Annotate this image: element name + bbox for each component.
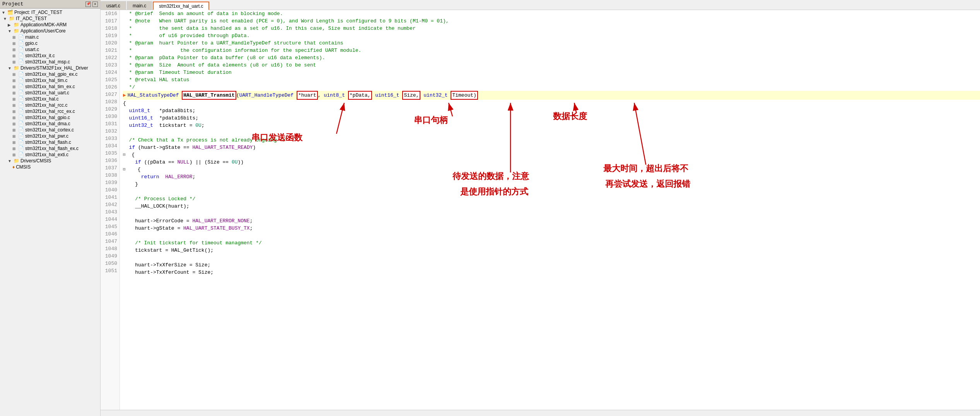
tab-main-c[interactable]: main.c [127,1,152,10]
tree-item-label: stm32f1xx_hal.c [25,96,59,102]
tree-item-gpio-c[interactable]: ⊞📄gpio.c [0,40,100,46]
plus-icon: ⊞ [12,116,17,120]
close-button[interactable]: ✕ [92,2,98,7]
code-editor-panel: usart.c main.c stm32f1xx_hal_uart.c 1016… [101,0,980,416]
plus-icon: ⊞ [12,103,17,107]
code-line-1044: huart->ErrorCode = HAL_UART_ERROR_NONE; [123,217,980,225]
plus-icon: ⊞ [12,35,17,39]
code-line-1025: * @retval HAL status [123,76,980,84]
code-area[interactable]: 1016101710181019102010211022102310241025… [101,10,980,410]
tree-item-label: stm32f1xx_hal_gpio.c [25,115,70,120]
code-text: uint32_t tickstart = 0U; [123,122,205,129]
code-line-1026: */ [123,84,980,91]
tree-item-drivers/stm32f1xx_hal_driver[interactable]: ▼📁Drivers/STM32F1xx_HAL_Driver [0,65,100,71]
param-pdata-box: *pData, [348,91,372,100]
tree-item-stm32f1xx_hal_cortex-c[interactable]: ⊞📄stm32f1xx_hal_cortex.c [0,127,100,133]
plus-icon: ⊞ [12,109,17,114]
code-line-1032 [123,129,980,136]
tree-item-stm32f1xx_hal_dma-c[interactable]: ⊞📄stm32f1xx_hal_dma.c [0,121,100,127]
space2 [420,92,423,99]
tree-item-main-c[interactable]: ⊞📄main.c [0,34,100,40]
comment-text: /* Process Locked */ [123,195,195,203]
pin-button[interactable]: 📌 [85,2,91,7]
tree-item-label: stm32f1xx_hal_exti.c [25,152,68,157]
code-text: } [123,181,138,188]
file-icon: 📄 [18,47,24,52]
param-timeout-box: Timeout) [451,91,478,100]
tree-item-label: stm32f1xx_hal_gpio_ex.c [25,72,77,77]
tree-item-stm32f1xx_hal_gpio_ex-c[interactable]: ⊞📄stm32f1xx_hal_gpio_ex.c [0,71,100,77]
code-line-1046 [123,232,980,239]
tree-item-label: main.c [25,34,39,40]
tree-item-stm32f1xx_hal_tim_ex-c[interactable]: ⊞📄stm32f1xx_hal_tim_ex.c [0,84,100,90]
code-text: { [126,151,135,159]
type-uint32: uint32_t [423,92,451,99]
tree-item-drivers/cmsis[interactable]: ▼📁Drivers/CMSIS [0,158,100,164]
tab-usart-c[interactable]: usart.c [101,1,126,10]
code-line-1042: __HAL_LOCK(huart); [123,203,980,210]
folder-icon: 📁 [9,16,15,21]
plus-icon: ⊞ [12,85,17,89]
code-lines: * @brief Sends an amount of data in bloc… [120,10,980,410]
file-icon: 📄 [18,41,24,46]
tree-item-label: stm32f1xx_hal_pwr.c [25,133,68,139]
comment-text: /* Init tickstart for timeout managment … [123,239,262,247]
code-line-1030: uint16_t *pdata16bits; [123,114,980,122]
code-text: if ((pData == NULL) || (Size == 0U)) [123,159,244,166]
tree-item-stm32f1xx_hal-c[interactable]: ⊞📄stm32f1xx_hal.c [0,96,100,102]
tree-item-it_adc_test[interactable]: ▼📁IT_ADC_TEST [0,15,100,22]
code-line-1036: if ((pData == NULL) || (Size == 0U)) [123,159,980,166]
tree-item-stm32f1xx_hal_flash-c[interactable]: ⊞📄stm32f1xx_hal_flash.c [0,139,100,145]
tree-item-label: IT_ADC_TEST [16,16,47,21]
code-line-1022: * @param pData Pointer to data buffer (u… [123,54,980,61]
tree-item-usart-c[interactable]: ⊞📄usart.c [0,46,100,53]
line-num-1020: 1020 [103,39,117,47]
file-icon: 📄 [18,115,24,120]
file-icon: 📄 [18,72,24,77]
tab-stm32-hal-uart[interactable]: stm32f1xx_hal_uart.c [153,2,209,10]
project-header: Project 📌 ✕ [0,0,100,9]
tree-item-cmsis[interactable]: ♦CMSIS [0,164,100,170]
expand-icon: ▼ [2,10,6,15]
code-line-1021: * the configuration information for the … [123,47,980,54]
tree-item-stm32f1xx_it-c[interactable]: ⊞📄stm32f1xx_it.c [0,53,100,59]
tree-item-label: stm32f1xx_hal_rcc_ex.c [25,109,75,114]
tree-item-stm32f1xx_hal_flash_ex-c[interactable]: ⊞📄stm32f1xx_hal_flash_ex.c [0,145,100,152]
line-num-1032: 1032 [103,128,117,135]
code-text: return HAL_ERROR; [123,173,195,181]
breakpoint-marker: ▶ [123,92,126,99]
file-icon: 📄 [18,53,24,58]
expand-icon: ▼ [8,159,12,163]
tree-item-label: stm32f1xx_hal_tim_ex.c [25,84,75,89]
code-line-1020: * @param huart Pointer to a UART_HandleT… [123,39,980,47]
code-text: huart->ErrorCode = HAL_UART_ERROR_NONE; [123,217,253,225]
tree-item-stm32f1xx_hal_rcc-c[interactable]: ⊞📄stm32f1xx_hal_rcc.c [0,102,100,108]
expand-icon: ▼ [8,66,12,70]
file-icon: 📄 [18,109,24,114]
tree-item-stm32f1xx_hal_msp-c[interactable]: ⊞📄stm32f1xx_hal_msp.c [0,59,100,65]
tree-item-project:-it_adc_test[interactable]: ▼🗂️Project: IT_ADC_TEST [0,9,100,15]
tree-item-stm32f1xx_hal_exti-c[interactable]: ⊞📄stm32f1xx_hal_exti.c [0,152,100,158]
tree-item-stm32f1xx_hal_pwr-c[interactable]: ⊞📄stm32f1xx_hal_pwr.c [0,133,100,139]
file-icon: 📄 [18,78,24,83]
code-text: if (huart->gState == HAL_UART_STATE_READ… [123,144,256,151]
tree-item-stm32f1xx_hal_uart-c[interactable]: ⊞📄stm32f1xx_hal_uart.c [0,90,100,96]
line-num-1037: 1037 [103,164,117,172]
tree-item-application/mdk-arm[interactable]: ▶📁Application/MDK-ARM [0,22,100,28]
code-text: huart->TxXferCount = Size; [123,269,213,276]
tab-bar: usart.c main.c stm32f1xx_hal_uart.c [101,0,980,10]
tree-item-stm32f1xx_hal_gpio-c[interactable]: ⊞📄stm32f1xx_hal_gpio.c [0,114,100,121]
project-header-title: Project [2,1,24,7]
plus-icon: ⊞ [12,91,17,95]
param-size-box: Size, [402,91,420,100]
tree-item-stm32f1xx_hal_rcc_ex-c[interactable]: ⊞📄stm32f1xx_hal_rcc_ex.c [0,108,100,114]
code-line-1048: tickstart = HAL_GetTick(); [123,247,980,254]
line-num-1028: 1028 [103,98,117,106]
tree-item-application/user/core[interactable]: ▼📁Application/User/Core [0,28,100,34]
tree-item-label: stm32f1xx_hal_msp.c [25,59,70,65]
comment-text: * @param Size Amount of data elements (u… [123,61,316,69]
tree-item-label: stm32f1xx_hal_flash.c [25,140,71,145]
tree-item-stm32f1xx_hal_tim-c[interactable]: ⊞📄stm32f1xx_hal_tim.c [0,77,100,84]
line-num-1022: 1022 [103,54,117,61]
line-num-1049: 1049 [103,252,117,260]
